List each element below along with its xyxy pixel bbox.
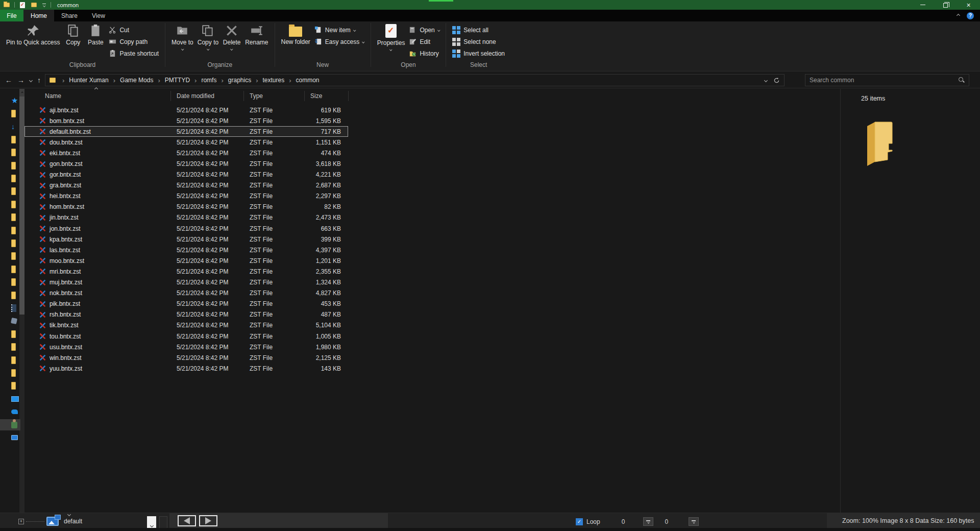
file-row[interactable]: rsh.bntx.zst 5/21/2024 8:42 PM ZST File …: [24, 309, 348, 320]
file-row[interactable]: gor.bntx.zst 5/21/2024 8:42 PM ZST File …: [24, 170, 348, 180]
file-row[interactable]: las.bntx.zst 5/21/2024 8:42 PM ZST File …: [24, 245, 348, 255]
file-row[interactable]: hei.bntx.zst 5/21/2024 8:42 PM ZST File …: [24, 191, 348, 202]
sidebar-item-folder[interactable]: [0, 237, 20, 249]
file-row[interactable]: yuu.bntx.zst 5/21/2024 8:42 PM ZST File …: [24, 363, 348, 374]
sidebar-item-folder[interactable]: [0, 328, 20, 340]
file-row[interactable]: gon.bntx.zst 5/21/2024 8:42 PM ZST File …: [24, 158, 348, 169]
qat-new-folder-icon[interactable]: [31, 3, 37, 7]
sidebar-item-folder[interactable]: [0, 108, 20, 119]
new-item-button[interactable]: New item: [312, 24, 366, 36]
sidebar-item-quick-access-star[interactable]: ★: [0, 95, 20, 106]
edit-button[interactable]: Edit: [407, 36, 442, 47]
file-row[interactable]: default.bntx.zst 5/21/2024 8:42 PM ZST F…: [24, 126, 348, 137]
column-header-type[interactable]: Type: [243, 92, 304, 100]
file-row[interactable]: tik.bntx.zst 5/21/2024 8:42 PM ZST File …: [24, 320, 348, 331]
breadcrumb-item[interactable]: romfs: [199, 77, 218, 84]
column-divider[interactable]: [170, 91, 171, 101]
new-folder-button[interactable]: New folder: [279, 23, 312, 47]
sidebar-item-folder[interactable]: [0, 277, 20, 288]
loop-checkbox[interactable]: ✓: [576, 518, 583, 525]
breadcrumb-item[interactable]: PMTTYD: [163, 77, 192, 84]
copy-button[interactable]: Copy: [62, 23, 84, 47]
sidebar-item-folder[interactable]: [0, 251, 20, 262]
properties-button[interactable]: Properties: [375, 23, 407, 51]
column-header-size[interactable]: Size: [304, 92, 348, 100]
sidebar-item-folder[interactable]: [0, 212, 20, 223]
sidebar-item-folder[interactable]: [0, 134, 20, 145]
sidebar-item-folder[interactable]: [0, 173, 20, 184]
file-row[interactable]: nok.bntx.zst 5/21/2024 8:42 PM ZST File …: [24, 288, 348, 299]
move-to-button[interactable]: Move to: [169, 23, 195, 51]
tab-view[interactable]: View: [85, 10, 112, 21]
column-header-date-modified[interactable]: Date modified: [170, 92, 243, 100]
sidebar-item-folder[interactable]: [0, 367, 20, 378]
minimize-ribbon-icon[interactable]: [957, 14, 960, 17]
breadcrumb-item[interactable]: common: [294, 77, 322, 84]
column-divider[interactable]: [243, 91, 244, 101]
sidebar-item-monitor[interactable]: [0, 393, 20, 404]
search-icon[interactable]: [959, 77, 965, 83]
file-row[interactable]: kpa.bntx.zst 5/21/2024 8:42 PM ZST File …: [24, 234, 348, 245]
select-none-button[interactable]: Select none: [450, 36, 507, 47]
sidebar-item-folder[interactable]: [0, 380, 20, 392]
restore-button[interactable]: [934, 0, 957, 10]
file-row[interactable]: pik.bntx.zst 5/21/2024 8:42 PM ZST File …: [24, 299, 348, 309]
sidebar-item-user[interactable]: [0, 419, 20, 430]
file-row[interactable]: hom.bntx.zst 5/21/2024 8:42 PM ZST File …: [24, 202, 348, 212]
sidebar-item-video[interactable]: [0, 302, 20, 313]
breadcrumb-item[interactable]: textures: [261, 77, 287, 84]
file-row[interactable]: win.bntx.zst 5/21/2024 8:42 PM ZST File …: [24, 352, 348, 363]
sidebar-item-folder[interactable]: [0, 186, 20, 197]
texture-tree-item[interactable]: + default: [18, 517, 82, 526]
file-row[interactable]: mri.bntx.zst 5/21/2024 8:42 PM ZST File …: [24, 266, 348, 277]
frame-spinner-2[interactable]: [689, 517, 699, 526]
refresh-icon[interactable]: [773, 77, 780, 84]
up-button[interactable]: ↑: [37, 76, 41, 84]
help-icon[interactable]: ?: [967, 12, 974, 19]
sidebar-item-folder[interactable]: [0, 160, 20, 171]
recent-locations-dropdown[interactable]: [29, 78, 33, 82]
rename-button[interactable]: Rename: [243, 23, 270, 47]
open-button[interactable]: Open: [407, 24, 442, 36]
column-header-name[interactable]: Name: [24, 92, 170, 100]
breadcrumb-item[interactable]: Hunter Xuman: [67, 77, 110, 84]
qat-customize-dropdown[interactable]: [42, 4, 46, 7]
back-button[interactable]: ←: [5, 76, 12, 84]
tab-share[interactable]: Share: [54, 10, 85, 21]
file-row[interactable]: moo.bntx.zst 5/21/2024 8:42 PM ZST File …: [24, 255, 348, 266]
delete-button[interactable]: Delete: [220, 23, 243, 51]
history-button[interactable]: History: [407, 47, 442, 59]
search-box[interactable]: [805, 74, 969, 86]
scroll-chevron-icon[interactable]: [67, 513, 71, 516]
file-row[interactable]: muj.bntx.zst 5/21/2024 8:42 PM ZST File …: [24, 277, 348, 288]
file-row[interactable]: dou.bntx.zst 5/21/2024 8:42 PM ZST File …: [24, 137, 348, 148]
next-frame-button[interactable]: [199, 515, 217, 526]
sidebar-item-this-pc[interactable]: [0, 432, 20, 443]
file-row[interactable]: eki.bntx.zst 5/21/2024 8:42 PM ZST File …: [24, 148, 348, 158]
sidebar-item-folder[interactable]: [0, 263, 20, 275]
dropdown-scrollbar[interactable]: [147, 516, 156, 529]
invert-selection-button[interactable]: Invert selection: [450, 47, 507, 59]
minimize-button[interactable]: [911, 0, 934, 10]
sidebar-item-plugin[interactable]: [0, 316, 20, 327]
file-row[interactable]: usu.bntx.zst 5/21/2024 8:42 PM ZST File …: [24, 342, 348, 352]
qat-properties-icon[interactable]: [20, 2, 25, 8]
frame-spinner[interactable]: [643, 517, 653, 526]
sidebar-item-folder[interactable]: [0, 147, 20, 158]
file-row[interactable]: bom.bntx.zst 5/21/2024 8:42 PM ZST File …: [24, 115, 348, 126]
sidebar-item-folder[interactable]: [0, 289, 20, 301]
expand-icon[interactable]: +: [18, 519, 24, 524]
column-divider[interactable]: [348, 91, 349, 101]
file-row[interactable]: aji.bntx.zst 5/21/2024 8:42 PM ZST File …: [24, 105, 348, 115]
select-all-button[interactable]: Select all: [450, 24, 507, 36]
tab-home[interactable]: Home: [23, 10, 54, 21]
search-input[interactable]: [805, 77, 959, 84]
sidebar-item-downloads[interactable]: ↓: [0, 121, 20, 132]
copy-path-button[interactable]: Copy path: [107, 36, 161, 47]
paste-shortcut-button[interactable]: Paste shortcut: [107, 47, 161, 59]
file-row[interactable]: tou.bntx.zst 5/21/2024 8:42 PM ZST File …: [24, 331, 348, 342]
sidebar-item-folder[interactable]: [0, 354, 20, 366]
address-dropdown-icon[interactable]: [764, 78, 768, 82]
file-row[interactable]: jon.bntx.zst 5/21/2024 8:42 PM ZST File …: [24, 223, 348, 234]
previous-frame-button[interactable]: [178, 515, 196, 526]
